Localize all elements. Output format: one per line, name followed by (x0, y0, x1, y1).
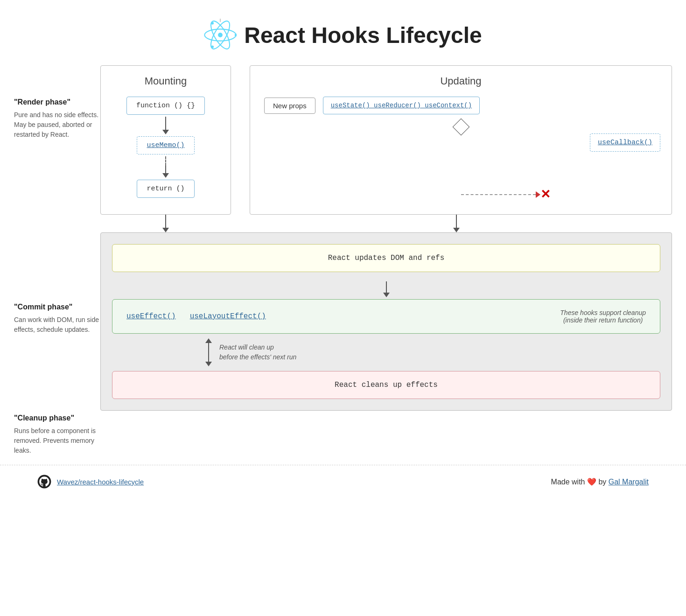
render-phase-section: "Render phase" Pure and has no side effe… (14, 65, 100, 149)
mount-arrow-line (165, 215, 166, 228)
section-connector-arrows (100, 215, 672, 232)
update-arrow-line (456, 215, 457, 228)
render-phase-title: "Render phase" (14, 98, 100, 106)
dashed-arrow-x: ✕ (461, 187, 551, 202)
bi-arrow-down-head (205, 362, 212, 366)
usememo-node[interactable]: useMemo() (137, 136, 194, 154)
left-labels-column: "Render phase" Pure and has no side effe… (14, 65, 100, 455)
solid-line-2 (165, 166, 166, 173)
updating-title: Updating (264, 75, 658, 87)
cleanup-note: These hooks support cleanup (inside thei… (560, 309, 646, 324)
cleanup-note-line2: (inside their return function) (560, 316, 646, 324)
mounting-flow: function () {} useMemo() (115, 97, 217, 198)
effect-arrow-line (386, 281, 387, 293)
function-node: function () {} (126, 97, 205, 115)
arrow-head-2 (162, 173, 169, 178)
usestate-node[interactable]: useState() useReducer() useContext() (323, 97, 480, 114)
cleanup-note-text2: before the effects' next run (219, 352, 296, 362)
mount-arrow-head (162, 228, 169, 232)
mounting-title: Mounting (115, 75, 217, 87)
mounting-down-arrow (100, 215, 231, 232)
github-link[interactable]: Wavez/react-hooks-lifecycle (57, 478, 144, 486)
arrow-1 (162, 117, 169, 134)
svg-point-4 (235, 34, 237, 36)
header: React Hooks Lifecycle (0, 9, 686, 65)
page-title: React Hooks Lifecycle (244, 22, 482, 48)
top-boxes-row: Mounting function () {} useMemo() (100, 65, 672, 215)
updating-top-row: New props useState() useReducer() useCon… (264, 97, 658, 114)
bi-arrow-up-head (205, 338, 212, 343)
arrow-to-effects (112, 281, 660, 297)
return-node: return () (137, 180, 194, 198)
effect-arrow-head (383, 293, 390, 297)
cleanup-phase-desc: Runs before a component is removed. Prev… (14, 426, 100, 455)
commit-cleanup-section: React updates DOM and refs useEffect() u… (100, 232, 672, 411)
diamond-container (264, 121, 658, 133)
commit-phase-desc: Can work with DOM, run side effects, sch… (14, 315, 100, 335)
arrow-to-x (536, 191, 540, 198)
commit-phase-title: "Commit phase" (14, 303, 100, 311)
useeffect-link[interactable]: useEffect() (126, 312, 176, 321)
red-x-symbol: ✕ (540, 187, 551, 202)
cleanup-note-line1: These hooks support cleanup (560, 309, 646, 316)
cleanup-note-text1: React will clean up (219, 343, 296, 352)
dom-update-box: React updates DOM and refs (112, 244, 660, 272)
update-arrow-head (453, 228, 460, 232)
uselayouteffect-link[interactable]: useLayoutEffect() (190, 312, 266, 321)
cleanup-text: React cleans up effects (335, 381, 438, 389)
made-with-text: Made with (551, 478, 585, 486)
arrow-head-1 (162, 130, 169, 134)
cleanup-arrow-note: React will clean up before the effects' … (219, 343, 296, 362)
updating-down-arrow (240, 215, 672, 232)
footer: Wavez/react-hooks-lifecycle Made with ❤️… (0, 465, 686, 498)
cleanup-phase-section: "Cleanup phase" Runs before a component … (14, 335, 100, 455)
new-props-node: New props (264, 98, 315, 114)
cleanup-phase-title: "Cleanup phase" (14, 414, 100, 422)
main-layout: "Render phase" Pure and has no side effe… (0, 65, 686, 455)
useeffect-links: useEffect() useLayoutEffect() (126, 312, 266, 321)
diagram-column: Mounting function () {} useMemo() (100, 65, 672, 411)
cleanup-box: React cleans up effects (112, 371, 660, 399)
arrow-2 (162, 156, 169, 178)
svg-point-6 (211, 45, 214, 48)
dashed-line-x (461, 194, 536, 195)
commit-phase-section: "Commit phase" Can work with DOM, run si… (14, 149, 100, 335)
by-text: by (598, 478, 606, 486)
svg-point-5 (211, 22, 214, 25)
page-container: React Hooks Lifecycle "Render phase" Pur… (0, 0, 686, 616)
dom-update-text: React updates DOM and refs (328, 254, 445, 262)
author-link[interactable]: Gal Margalit (609, 478, 649, 486)
bi-arrow-line (208, 343, 209, 362)
diamond-shape (452, 119, 469, 136)
updating-box: Updating New props useState() useReducer… (250, 65, 672, 215)
bi-arrow (205, 338, 212, 366)
dashed-line-2 (165, 156, 166, 166)
arrow-line-1 (165, 117, 166, 130)
react-logo-icon (204, 19, 237, 51)
footer-left: Wavez/react-hooks-lifecycle (37, 475, 144, 489)
useeffect-box: useEffect() useLayoutEffect() These hook… (112, 299, 660, 334)
mounting-box: Mounting function () {} useMemo() (100, 65, 231, 215)
render-phase-desc: Pure and has no side effects. May be pau… (14, 110, 100, 140)
github-icon (37, 475, 51, 489)
cleanup-arrow-section: React will clean up before the effects' … (112, 338, 660, 366)
footer-right: Made with ❤️ by Gal Margalit (551, 477, 649, 486)
usecallback-node[interactable]: useCallback() (590, 133, 660, 152)
svg-point-3 (218, 33, 223, 37)
heart-icon: ❤️ (587, 478, 598, 486)
